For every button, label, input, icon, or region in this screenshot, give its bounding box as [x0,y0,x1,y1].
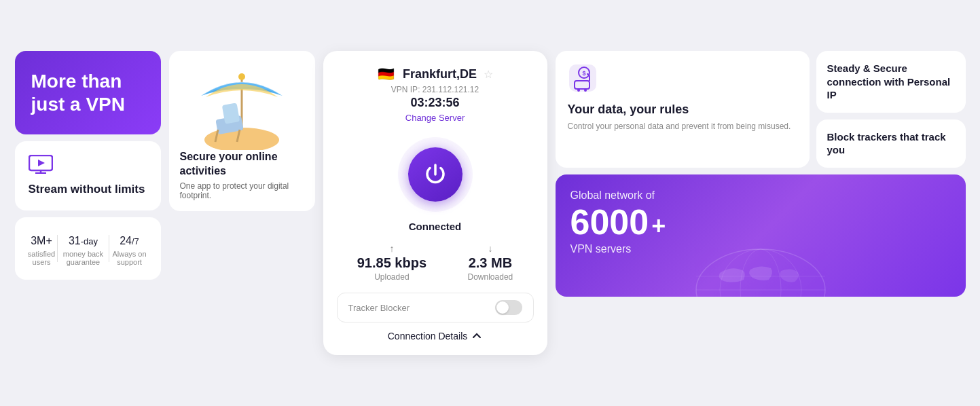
tracker-label: Tracker Blocker [348,303,410,313]
stream-icon [29,155,53,174]
block-trackers-card: Block trackers that track you [816,119,966,168]
upload-value: 91.85 kbps [357,255,427,271]
connected-status: Connected [409,221,462,232]
flag-icon: 🇩🇪 [377,64,396,84]
global-plus: + [651,212,666,240]
stat-days: 31-day money back guarantee [58,231,109,266]
chevron-up-icon [471,331,482,342]
users-label: satisfied users [26,250,58,266]
days-number: 31-day [58,231,109,248]
secure-personal-card: Steady & Secure connection with Personal… [816,51,966,113]
download-label: Downloaded [468,272,513,282]
stat-support: 24/7 Always on support [109,231,150,266]
center-column: Secure your online activities One app to… [169,51,315,211]
svg-point-15 [577,89,580,92]
vpn-header: 🇩🇪 Frankfurt,DE ☆ [337,64,534,84]
vpn-timer: 03:23:56 [410,96,459,110]
stream-label: Stream without limits [29,182,147,197]
right-top-row: $ Your data, your rules Control your per… [556,51,966,168]
right-column: $ Your data, your rules Control your per… [556,51,966,297]
secure-title: Secure your online activities [180,150,304,179]
beach-text: Secure your online activities One app to… [180,150,304,200]
upload-stat: ↑ 91.85 kbps Uploaded [357,243,427,282]
download-value: 2.3 MB [469,255,512,271]
left-column: More than just a VPN Stream without limi… [15,51,161,280]
download-arrow: ↓ [488,243,492,254]
global-label: Global network of [570,189,951,202]
change-server-link[interactable]: Change Server [405,113,465,123]
global-number: 6000 [570,204,649,240]
data-icon: $ [568,63,797,96]
users-number: 3M+ [26,231,58,248]
main-container: More than just a VPN Stream without limi… [15,51,966,355]
data-rules-title: Your data, your rules [568,103,797,117]
beach-illustration [191,62,293,150]
stats-card: 3M+ satisfied users 31-day money back gu… [15,217,161,280]
svg-marker-3 [38,160,45,166]
days-label: money back guarantee [58,250,109,266]
global-network-card: Global network of 6000 + VPN servers [556,174,966,297]
connection-details-row[interactable]: Connection Details [388,331,483,342]
vpn-location: Frankfurt,DE [403,67,477,81]
block-trackers-title: Block trackers that track you [827,130,955,157]
svg-point-10 [238,73,245,80]
vpn-panel: 🇩🇪 Frankfurt,DE ☆ VPN IP: 231.112.121.12… [323,51,547,355]
vpn-ip: VPN IP: 231.112.121.12 [391,85,479,94]
favorite-icon[interactable]: ☆ [484,68,493,81]
svg-point-16 [584,89,587,92]
conn-details-label: Connection Details [388,331,468,342]
hero-title: More than just a VPN [31,70,145,115]
secure-personal-title: Steady & Secure connection with Personal… [827,62,955,102]
stream-card: Stream without limits [15,141,161,210]
download-stat: ↓ 2.3 MB Downloaded [468,243,513,282]
right-small-cards: Steady & Secure connection with Personal… [816,51,966,168]
data-rules-card: $ Your data, your rules Control your per… [556,51,810,168]
support-label: Always on support [109,250,150,266]
tracker-blocker-row: Tracker Blocker [337,293,534,322]
beach-card: Secure your online activities One app to… [169,51,315,211]
globe-background [693,222,829,297]
support-number: 24/7 [109,231,150,248]
data-rules-description: Control your personal data and prevent i… [568,121,797,132]
svg-text:$: $ [582,70,585,77]
upload-label: Uploaded [374,272,409,282]
secure-subtitle: One app to protect your digital footprin… [180,181,304,200]
upload-arrow: ↑ [389,243,394,254]
speed-row: ↑ 91.85 kbps Uploaded ↓ 2.3 MB Downloade… [337,243,534,282]
stat-users: 3M+ satisfied users [26,231,58,266]
tracker-toggle[interactable] [495,300,522,315]
hero-card: More than just a VPN [15,51,161,134]
power-button-wrap [395,134,476,215]
power-button[interactable] [408,147,462,202]
